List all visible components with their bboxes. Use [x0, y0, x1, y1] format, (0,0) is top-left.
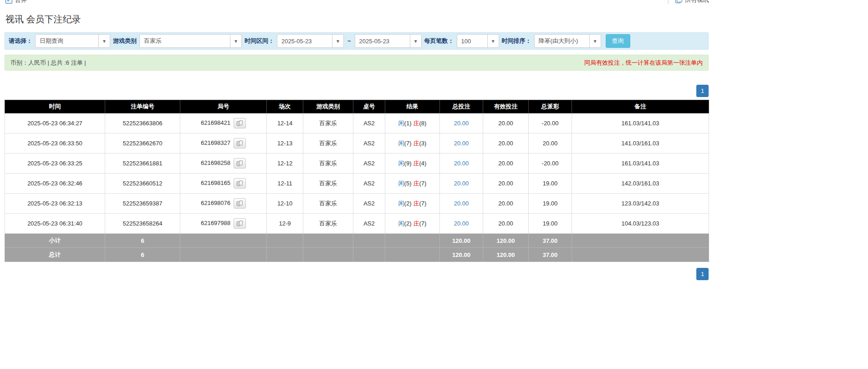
cell-valid-bet: 20.00	[483, 133, 529, 154]
chevron-down-icon: ▼	[487, 35, 499, 47]
cell-time: 2025-05-23 06:32:13	[5, 194, 105, 214]
footer-empty-cell	[267, 234, 303, 248]
chevron-down-icon: ▼	[410, 35, 421, 47]
cell-bet-id: 522523658264	[105, 214, 180, 234]
col-header-table: 桌号	[353, 100, 385, 113]
all-video-link[interactable]: 所有视讯	[685, 0, 709, 4]
cell-game: 百家乐	[303, 174, 353, 194]
cell-table: AS2	[353, 154, 385, 174]
footer-empty-cell	[572, 248, 709, 262]
query-type-select[interactable]: 日期查询 ▼	[35, 34, 110, 48]
date-from-value: 2025-05-23	[277, 35, 332, 47]
col-header-session: 场次	[267, 100, 303, 113]
total-bet-link[interactable]: 20.00	[454, 120, 469, 127]
col-header-round: 局号	[180, 100, 267, 113]
result-player-count: (2)	[404, 220, 412, 227]
result-player: 闲	[398, 140, 404, 147]
query-type-value: 日期查询	[36, 35, 98, 47]
round-cards-icon[interactable]	[234, 138, 246, 149]
sort-order-select[interactable]: 降幂(由大到小) ▼	[534, 34, 601, 48]
result-banker: 庄	[414, 120, 419, 127]
round-number: 621698076	[201, 200, 230, 206]
cell-time: 2025-05-23 06:33:25	[5, 154, 105, 174]
chevron-down-icon: ▼	[332, 35, 343, 47]
round-number: 621698421	[201, 119, 230, 126]
cell-result: 闲(7)庄(3)	[385, 133, 440, 154]
round-cards-icon[interactable]	[234, 198, 246, 209]
col-header-payout: 总派彩	[529, 100, 572, 113]
cell-game: 百家乐	[303, 113, 353, 133]
total-bet-link[interactable]: 20.00	[454, 200, 469, 207]
cell-time: 2025-05-23 06:33:50	[5, 133, 105, 154]
cell-total-bet: 20.00	[440, 194, 483, 214]
game-type-label: 游戏类别	[113, 37, 137, 45]
round-cards-icon[interactable]	[234, 178, 246, 189]
cell-game: 百家乐	[303, 194, 353, 214]
page-1-button[interactable]: 1	[696, 85, 709, 97]
page-size-select[interactable]: 100 ▼	[457, 34, 499, 48]
footer-empty-cell	[353, 248, 385, 262]
select-type-label: 请选择：	[9, 37, 32, 45]
cell-table: AS2	[353, 113, 385, 133]
total-bet-link[interactable]: 20.00	[454, 180, 469, 187]
round-cards-icon[interactable]	[234, 118, 246, 128]
cell-session: 12-9	[267, 214, 303, 234]
round-cards-icon[interactable]	[234, 218, 246, 229]
window-icon	[675, 0, 682, 3]
round-cards-icon[interactable]	[234, 158, 246, 169]
cell-remark: 123.03/142.03	[572, 194, 709, 214]
result-banker-count: (7)	[419, 180, 427, 187]
result-player-count: (5)	[404, 180, 412, 187]
total-bet-link[interactable]: 20.00	[454, 140, 469, 147]
cell-session: 12-11	[267, 174, 303, 194]
footer-empty-cell	[180, 248, 267, 262]
page-title: 视讯 会员下注纪录	[5, 13, 713, 26]
cell-round: 621698258	[180, 154, 267, 174]
game-type-select[interactable]: 百家乐 ▼	[139, 34, 242, 48]
result-player-count: (2)	[404, 200, 412, 207]
cell-result: 闲(2)庄(7)	[385, 214, 440, 234]
table-row: 2025-05-23 06:33:25 522523661881 6216982…	[5, 154, 709, 174]
result-banker: 庄	[414, 180, 419, 187]
cell-game: 百家乐	[303, 133, 353, 154]
round-number: 621698258	[201, 159, 230, 166]
result-banker: 庄	[414, 140, 419, 147]
result-player: 闲	[398, 160, 404, 167]
cell-payout: 19.00	[529, 214, 572, 234]
result-player-count: (9)	[404, 160, 412, 167]
cell-remark: 161.03/141.03	[572, 113, 709, 133]
cell-remark: 141.03/161.03	[572, 133, 709, 154]
page-1-button[interactable]: 1	[696, 268, 709, 280]
table-row: 2025-05-23 06:31:40 522523658264 6216979…	[5, 214, 709, 234]
date-from-picker[interactable]: 2025-05-23 ▼	[277, 34, 344, 48]
cell-bet-id: 522523659387	[105, 194, 180, 214]
col-header-bet-id: 注单编号	[105, 100, 180, 113]
top-strip: ✓ 合并 | 所有视讯	[0, 0, 713, 6]
cell-time: 2025-05-23 06:32:46	[5, 174, 105, 194]
cell-remark: 142.03/161.03	[572, 174, 709, 194]
cell-session: 12-12	[267, 154, 303, 174]
subtotal-total-bet: 120.00	[440, 234, 483, 248]
subtotal-row: 小计 6 120.00 120.00 37.00	[5, 234, 709, 248]
query-button[interactable]: 查询	[606, 34, 630, 48]
pagination-bottom: 1	[0, 268, 713, 280]
subtotal-valid-bet: 120.00	[483, 234, 529, 248]
date-range-label: 时间区间：	[245, 37, 274, 45]
table-row: 2025-05-23 06:34:27 522523663806 6216984…	[5, 113, 709, 133]
col-header-time: 时间	[5, 100, 105, 113]
merge-checkbox[interactable]: ✓	[5, 0, 12, 4]
cell-bet-id: 522523663806	[105, 113, 180, 133]
subtotal-payout: 37.00	[529, 234, 572, 248]
result-banker-count: (8)	[419, 120, 427, 127]
total-bet-link[interactable]: 20.00	[454, 160, 469, 167]
result-banker: 庄	[414, 220, 419, 227]
total-bet-link[interactable]: 20.00	[454, 220, 469, 227]
game-type-value: 百家乐	[140, 35, 230, 47]
footer-empty-cell	[385, 248, 440, 262]
cell-result: 闲(2)庄(7)	[385, 194, 440, 214]
date-to-picker[interactable]: 2025-05-23 ▼	[355, 34, 422, 48]
cell-result: 闲(1)庄(8)	[385, 113, 440, 133]
result-banker-count: (7)	[419, 220, 427, 227]
col-header-remark: 备注	[572, 100, 709, 113]
subtotal-label: 小计	[5, 234, 105, 248]
